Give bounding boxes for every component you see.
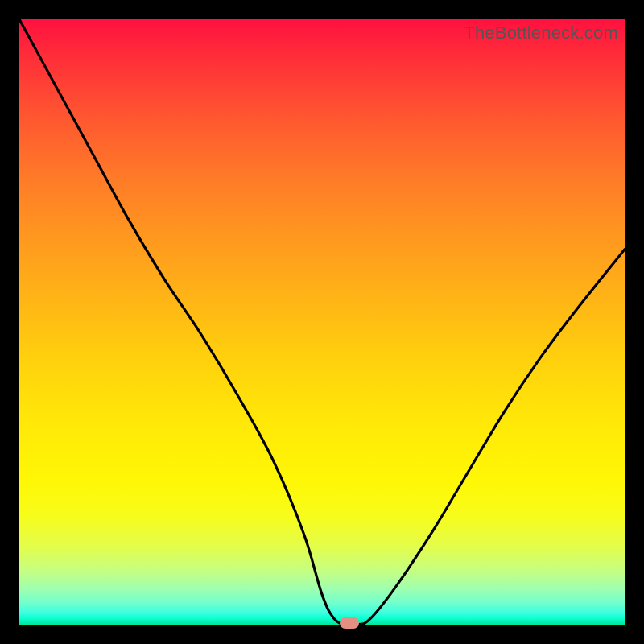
chart-frame: TheBottleneck.com xyxy=(0,0,644,644)
optimal-point-marker xyxy=(340,617,359,629)
plot-area: TheBottleneck.com xyxy=(19,19,625,625)
bottleneck-curve xyxy=(19,19,625,625)
